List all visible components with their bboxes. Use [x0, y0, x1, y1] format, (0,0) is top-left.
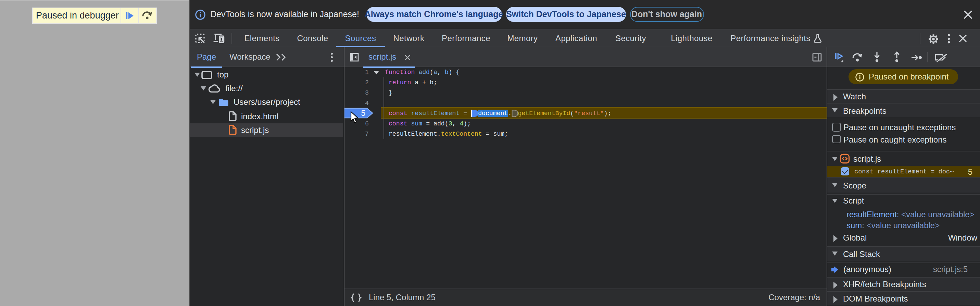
svg-text:5: 5	[361, 109, 366, 118]
